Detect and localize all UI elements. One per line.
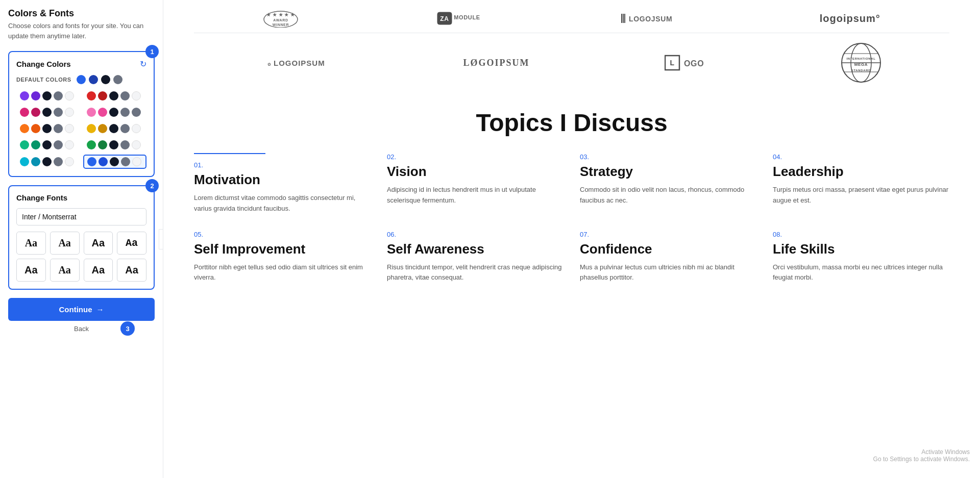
color-dot [87, 108, 96, 117]
color-dot [54, 140, 63, 149]
topic-num-7: 07. [580, 231, 756, 238]
topic-name-6: Self Awareness [387, 241, 564, 257]
step-badge-1: 1 [145, 45, 159, 58]
topic-vision: 02. Vision Adipiscing id in lectus hendr… [387, 153, 564, 214]
change-colors-section: 1 Change Colors ↻ DEFAULT COLORS [8, 51, 155, 177]
font-sample-1[interactable]: Aa [16, 232, 46, 255]
topic-name-1: Motivation [194, 172, 371, 188]
topic-leadership: 04. Leadership Turpis metus orci massa, … [773, 153, 949, 214]
color-dot [109, 108, 118, 117]
svg-text:STANDARD: STANDARD [851, 69, 871, 72]
svg-text:LOGOJSUM: LOGOJSUM [629, 15, 672, 23]
color-dot [31, 157, 40, 166]
topics-grid: 01. Motivation Lorem dictumst vitae comm… [194, 153, 949, 283]
topic-strategy: 03. Strategy Commodo sit in odio velit n… [580, 153, 756, 214]
topic-desc-1: Lorem dictumst vitae commodo sagittis co… [194, 193, 371, 214]
color-dot [20, 91, 29, 100]
palette-row-teal[interactable] [16, 138, 80, 152]
font-sample-4[interactable]: Aa [117, 232, 146, 255]
palette-row-green[interactable] [83, 138, 147, 152]
topic-name-2: Vision [387, 164, 564, 180]
topic-name-8: Life Skills [773, 241, 949, 257]
topic-self-improvement: 05. Self Improvement Porttitor nibh eget… [194, 231, 371, 284]
topic-num-2: 02. [387, 153, 564, 161]
refresh-icon[interactable]: ↻ [140, 59, 146, 69]
logo-award: ★ ★ ★ ★ ★ AWARD WINNER [263, 9, 299, 28]
palette-row-hotpink[interactable] [83, 106, 147, 119]
font-sample-7[interactable]: Aa [84, 259, 113, 282]
topic-num-8: 08. [773, 231, 949, 238]
svg-text:ZA: ZA [440, 15, 449, 22]
color-dot [132, 91, 141, 100]
font-sample-5[interactable]: Aa [16, 259, 46, 282]
color-dot [20, 157, 29, 166]
logo-logojsum: LOGOJSUM [621, 11, 682, 26]
font-sample-8[interactable]: Aa [117, 259, 146, 282]
font-input[interactable] [16, 208, 146, 225]
continue-button[interactable]: Continue → [8, 298, 155, 321]
logo-logoipsum-text: logoipsum° [820, 13, 880, 24]
color-dot [98, 108, 107, 117]
color-dot [31, 91, 40, 100]
change-fonts-section: 2 Change Fonts Aa Aa Aa Aa Aa Aa Aa Aa [8, 185, 155, 290]
color-dot [132, 157, 141, 166]
palette-row-blue-selected[interactable] [83, 155, 147, 169]
color-dot [98, 124, 107, 133]
color-dot [54, 157, 63, 166]
color-dot [42, 124, 52, 133]
color-dot [87, 124, 96, 133]
right-panel: ★ ★ ★ ★ ★ AWARD WINNER ZA MODULE LOGOJSU… [163, 0, 980, 478]
color-dot [132, 140, 141, 149]
color-dot [31, 140, 40, 149]
color-dot [132, 108, 141, 117]
color-dot [42, 140, 52, 149]
color-dot [132, 124, 141, 133]
font-sample-6[interactable]: Aa [50, 259, 80, 282]
color-dot [65, 140, 74, 149]
palette-row-red[interactable] [83, 89, 147, 103]
svg-text:✿: ✿ [267, 62, 272, 67]
font-sample-3[interactable]: Aa [84, 232, 113, 255]
color-dot [110, 157, 119, 166]
topic-confidence: 07. Confidence Mus a pulvinar lectus cum… [580, 231, 756, 284]
topic-name-5: Self Improvement [194, 241, 371, 257]
default-colors-row: DEFAULT COLORS [16, 75, 146, 84]
logo-logo-box: L OGO [665, 54, 705, 72]
color-dot [65, 108, 74, 117]
topic-desc-5: Porttitor nibh eget tellus sed odio diam… [194, 262, 371, 284]
color-dot [20, 108, 29, 117]
color-dot [42, 91, 52, 100]
panel-collapse-toggle[interactable]: ‹ [159, 229, 163, 249]
topic-desc-2: Adipiscing id in lectus hendrerit mus in… [387, 185, 564, 206]
color-dot [120, 91, 130, 100]
palette-row-yellow[interactable] [83, 122, 147, 135]
topic-self-awareness: 06. Self Awareness Risus tincidunt tempo… [387, 231, 564, 284]
logo-bar-row1: ★ ★ ★ ★ ★ AWARD WINNER ZA MODULE LOGOJSU… [194, 0, 949, 33]
topic-num-4: 04. [773, 153, 949, 161]
topic-num-3: 03. [580, 153, 756, 161]
color-dot [20, 140, 29, 149]
palette-row-pink[interactable] [16, 106, 80, 119]
palette-row-orange[interactable] [16, 122, 80, 135]
panel-subtitle: Choose colors and fonts for your site. Y… [8, 21, 155, 41]
topic-num-1: 01. [194, 161, 371, 169]
color-dot [121, 157, 130, 166]
svg-text:MODULE: MODULE [454, 14, 481, 20]
logo-logoipsum-serif: LØGOIPSUM [463, 58, 529, 68]
left-panel: Colors & Fonts Choose colors and fonts f… [0, 0, 163, 478]
color-dot [65, 157, 74, 166]
default-dot-3 [101, 75, 110, 84]
color-dot [42, 108, 52, 117]
color-dot [87, 157, 96, 166]
palette-row-purple[interactable] [16, 89, 80, 103]
color-dot [98, 140, 107, 149]
logo-bar-row2: ✿ LOGOIPSUM LØGOIPSUM L OGO INTERNATIONA… [194, 33, 949, 88]
palette-row-cyan[interactable] [16, 155, 80, 169]
default-dot-1 [77, 75, 86, 84]
topic-num-5: 05. [194, 231, 371, 238]
topic-name-3: Strategy [580, 164, 756, 180]
svg-text:AWARD: AWARD [273, 18, 288, 22]
color-dot [120, 140, 130, 149]
font-sample-2[interactable]: Aa [50, 232, 80, 255]
color-dot [65, 124, 74, 133]
